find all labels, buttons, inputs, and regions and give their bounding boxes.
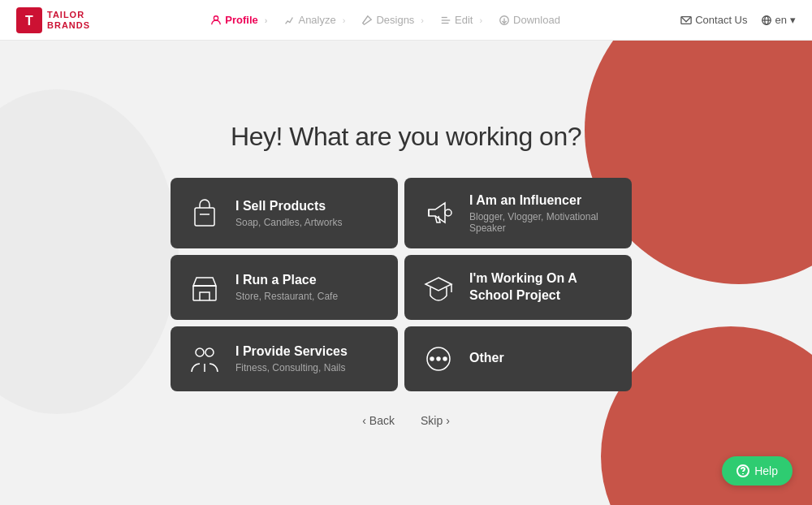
options-grid: I Sell Products Soap, Candles, Artworks … — [171, 178, 641, 391]
svg-point-19 — [205, 348, 214, 356]
step-edit-label: Edit — [455, 14, 473, 26]
step-chevron: › — [265, 15, 268, 25]
language-link[interactable]: en ▾ — [761, 14, 796, 26]
svg-point-22 — [430, 357, 434, 360]
analyze-icon — [283, 15, 295, 26]
step-designs-label: Designs — [376, 14, 414, 26]
school-project-text: I'm Working On A School Project — [469, 270, 615, 304]
other-title: Other — [469, 350, 504, 367]
back-link[interactable]: ‹ Back — [362, 414, 395, 427]
step-chevron-3: › — [421, 15, 424, 25]
help-label: Help — [754, 464, 778, 477]
run-place-text: I Run a Place Store, Restaurant, Cafe — [235, 272, 338, 302]
step-download[interactable]: Download — [492, 14, 567, 26]
designs-icon — [361, 15, 373, 26]
nav-links: ‹ Back Skip › — [362, 414, 450, 427]
step-chevron-4: › — [479, 15, 482, 25]
step-download-label: Download — [513, 14, 560, 26]
contact-link[interactable]: Contact Us — [680, 14, 747, 26]
navbar: T TAILOR BRANDS Profile › Analyze › Desi… — [0, 0, 812, 41]
sell-products-text: I Sell Products Soap, Candles, Artworks — [235, 198, 342, 228]
download-icon — [499, 15, 510, 26]
dots-icon — [421, 341, 456, 377]
step-analyze[interactable]: Analyze › — [277, 14, 352, 26]
svg-marker-16 — [425, 278, 451, 291]
help-icon — [736, 464, 749, 477]
megaphone-icon — [421, 195, 456, 231]
provide-services-text: I Provide Services Fitness, Consulting, … — [235, 343, 348, 373]
svg-text:T: T — [25, 14, 33, 28]
option-school-project[interactable]: I'm Working On A School Project — [404, 255, 632, 320]
user-icon — [210, 15, 222, 26]
step-chevron-2: › — [343, 15, 346, 25]
mail-icon — [680, 15, 692, 26]
svg-point-23 — [437, 357, 440, 360]
graduation-icon — [421, 270, 456, 305]
provide-services-subtitle: Fitness, Consulting, Nails — [235, 362, 348, 373]
logo[interactable]: T TAILOR BRANDS — [16, 7, 90, 33]
other-text: Other — [469, 350, 504, 367]
step-designs[interactable]: Designs › — [355, 14, 430, 26]
option-run-place[interactable]: I Run a Place Store, Restaurant, Cafe — [171, 255, 398, 320]
influencer-text: I Am an Influencer Blogger, Vlogger, Mot… — [469, 192, 615, 234]
logo-text-top: TAILOR — [47, 10, 90, 19]
bag-icon — [187, 195, 222, 231]
skip-chevron: › — [446, 414, 450, 427]
edit-icon — [440, 15, 451, 26]
option-provide-services[interactable]: I Provide Services Fitness, Consulting, … — [171, 326, 398, 391]
run-place-title: I Run a Place — [235, 272, 338, 289]
option-sell-products[interactable]: I Sell Products Soap, Candles, Artworks — [171, 178, 398, 248]
store-icon — [187, 270, 222, 305]
sell-products-title: I Sell Products — [235, 198, 342, 215]
svg-point-13 — [445, 209, 451, 216]
influencer-title: I Am an Influencer — [469, 192, 615, 209]
back-chevron: ‹ — [362, 414, 366, 427]
sell-products-subtitle: Soap, Candles, Artworks — [235, 217, 342, 228]
lang-chevron: ▾ — [790, 14, 796, 26]
main-content: Hey! What are you working on? I Sell Pro… — [0, 122, 812, 427]
svg-point-24 — [443, 357, 447, 360]
logo-text-bottom: BRANDS — [47, 20, 90, 30]
school-project-title: I'm Working On A School Project — [469, 270, 615, 304]
globe-icon — [761, 15, 772, 26]
svg-rect-14 — [193, 286, 216, 300]
svg-point-18 — [196, 348, 204, 356]
svg-rect-11 — [195, 208, 214, 226]
step-analyze-label: Analyze — [298, 14, 335, 26]
provide-services-title: I Provide Services — [235, 343, 348, 360]
svg-point-2 — [214, 15, 218, 19]
run-place-subtitle: Store, Restaurant, Cafe — [235, 291, 338, 302]
bg-container: Hey! What are you working on? I Sell Pro… — [0, 41, 812, 505]
nav-right: Contact Us en ▾ — [680, 14, 796, 26]
nav-steps: Profile › Analyze › Designs › Edit › Dow… — [204, 14, 567, 26]
influencer-subtitle: Blogger, Vlogger, Motivational Speaker — [469, 211, 615, 234]
back-label: Back — [369, 414, 395, 427]
step-edit[interactable]: Edit › — [434, 14, 489, 26]
step-profile[interactable]: Profile › — [204, 14, 274, 26]
skip-link[interactable]: Skip › — [421, 414, 450, 427]
help-button[interactable]: Help — [722, 456, 793, 486]
step-profile-label: Profile — [225, 14, 257, 26]
option-other[interactable]: Other — [404, 326, 632, 391]
logo-icon: T — [16, 7, 42, 33]
services-icon — [187, 341, 222, 377]
page-title: Hey! What are you working on? — [231, 122, 581, 152]
skip-label: Skip — [421, 414, 443, 427]
option-influencer[interactable]: I Am an Influencer Blogger, Vlogger, Mot… — [404, 178, 632, 248]
